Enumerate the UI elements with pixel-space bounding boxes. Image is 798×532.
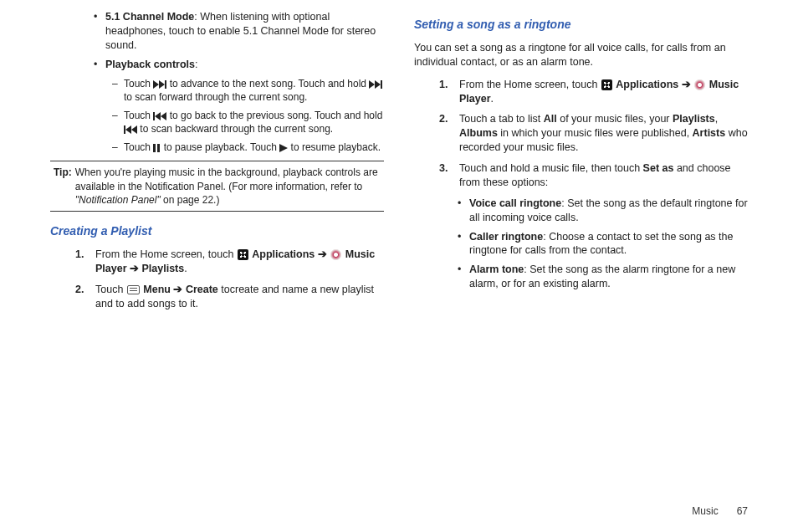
menu-icon [127, 285, 140, 294]
t: of your music files, your [557, 113, 673, 125]
t: Menu ➔ Create [143, 284, 218, 295]
option-text: Alarm tone: Set the song as the alarm ri… [469, 263, 748, 291]
playback-controls-colon: : [195, 59, 197, 70]
t: to scan backward through the current son… [140, 123, 333, 135]
dash: – [112, 109, 124, 136]
t: on page 22.) [161, 194, 220, 206]
ringtone-intro: You can set a song as a ringtone for all… [414, 41, 748, 69]
play-icon [279, 144, 288, 152]
step-text: Touch Menu ➔ Create tocreate and name a … [95, 283, 384, 311]
t: Artists [693, 127, 726, 139]
t: to pause playback. Touch [164, 141, 280, 153]
two-column-layout: • 5.1 Channel Mode: When listening with … [50, 10, 748, 485]
sub-text: Touch to go back to the previous song. T… [124, 109, 384, 136]
step-2-playlist: 2. Touch Menu ➔ Create tocreate and name… [75, 283, 384, 311]
music-player-icon [694, 79, 705, 90]
bullet-dot: • [94, 58, 105, 72]
tip-text: When you're playing music in the backgro… [75, 166, 384, 207]
t: , [715, 113, 718, 125]
option-text: Voice call ringtone: Set the song as the… [469, 197, 748, 225]
t: Applications ➔ [252, 248, 330, 260]
t: All [544, 113, 557, 125]
step-number: 2. [75, 283, 95, 311]
right-column: Setting a song as a ringtone You can set… [414, 10, 748, 485]
bullet-text: 5.1 Channel Mode: When listening with op… [105, 10, 384, 53]
option-alarm: • Alarm tone: Set the song as the alarm … [458, 263, 748, 291]
bullet-dot: • [94, 10, 105, 53]
footer-section: Music [692, 505, 718, 517]
sub-pause-play: – Touch to pause playback. Touch to resu… [112, 141, 384, 154]
step-text: From the Home screen, touch Applications… [459, 78, 748, 106]
option-voice-call: • Voice call ringtone: Set the song as t… [458, 197, 748, 225]
t: Touch and hold a music file, then touch [459, 162, 643, 174]
t: Touch [124, 110, 153, 121]
step-1-playlist: 1. From the Home screen, touch Applicati… [75, 248, 384, 276]
step-text: From the Home screen, touch Applications… [95, 248, 384, 276]
sub-prev-song: – Touch to go back to the previous song.… [112, 109, 384, 136]
bullet-text: Playback controls: [105, 58, 384, 72]
rewind-icon [153, 112, 166, 120]
step-1-ringtone: 1. From the Home screen, touch Applicati… [439, 78, 748, 106]
step-text: Touch and hold a music file, then touch … [459, 161, 748, 190]
t: Touch [124, 78, 153, 90]
step-number: 1. [439, 78, 459, 106]
t: Albums [459, 127, 498, 139]
pause-icon [153, 144, 161, 152]
footer-page-number: 67 [737, 505, 748, 517]
applications-icon [601, 79, 612, 90]
t: to resume playback. [291, 141, 381, 153]
t: Touch [124, 141, 153, 153]
t: Set as [643, 162, 674, 174]
page-footer: Music 67 [50, 485, 748, 517]
t: When you're playing music in the backgro… [75, 166, 378, 192]
t: . [491, 93, 494, 105]
t: to advance to the next song. Touch and h… [170, 78, 370, 90]
t: From the Home screen, touch [95, 248, 237, 260]
playback-controls-label: Playback controls [105, 59, 195, 70]
tip-box: Tip: When you're playing music in the ba… [50, 161, 384, 212]
document-page: • 5.1 Channel Mode: When listening with … [0, 0, 798, 532]
bullet-channel-mode: • 5.1 Channel Mode: When listening with … [94, 10, 384, 53]
step-2-ringtone: 2. Touch a tab to list All of your music… [439, 112, 748, 155]
opt-label: Voice call ringtone [469, 197, 561, 209]
step-number: 2. [439, 112, 459, 155]
sub-next-song: – Touch to advance to the next song. Tou… [112, 77, 384, 104]
t: From the Home screen, touch [459, 79, 601, 90]
applications-icon [238, 249, 248, 260]
tip-ref: "Notification Panel" [75, 194, 161, 206]
music-player-icon [330, 249, 341, 260]
option-caller: • Caller ringtone: Choose a contact to s… [458, 230, 748, 258]
tip-label: Tip: [50, 166, 75, 207]
bullet-playback-controls: • Playback controls: [94, 58, 384, 72]
fast-forward-icon [153, 80, 166, 89]
t: to go back to the previous song. Touch a… [170, 110, 383, 121]
t: Touch [95, 284, 126, 295]
t: to scan forward through the current song… [124, 91, 307, 103]
bullet-dot: • [458, 230, 469, 258]
t: Touch a tab to list [459, 113, 544, 125]
heading-creating-playlist: Creating a Playlist [50, 223, 384, 239]
step-number: 1. [75, 248, 95, 276]
fast-forward-icon [369, 80, 382, 89]
t: Playlists [673, 113, 715, 125]
step-number: 3. [439, 161, 459, 190]
heading-ringtone: Setting a song as a ringtone [414, 17, 748, 33]
t: Applications ➔ [616, 79, 693, 90]
step-3-ringtone: 3. Touch and hold a music file, then tou… [439, 161, 748, 190]
channel-mode-label: 5.1 Channel Mode [105, 11, 194, 23]
step-text: Touch a tab to list All of your music fi… [459, 112, 748, 155]
left-column: • 5.1 Channel Mode: When listening with … [50, 10, 384, 485]
dash: – [112, 77, 124, 104]
opt-label: Alarm tone [469, 263, 524, 275]
rewind-icon [124, 125, 137, 134]
opt-label: Caller ringtone [469, 231, 543, 243]
dash: – [112, 141, 124, 154]
sub-text: Touch to pause playback. Touch to resume… [124, 141, 384, 154]
option-text: Caller ringtone: Choose a contact to set… [469, 230, 748, 258]
t: . [184, 263, 187, 274]
t: in which your music files were published… [498, 127, 693, 139]
bullet-dot: • [458, 263, 469, 291]
bullet-dot: • [458, 197, 469, 225]
sub-text: Touch to advance to the next song. Touch… [124, 77, 384, 104]
